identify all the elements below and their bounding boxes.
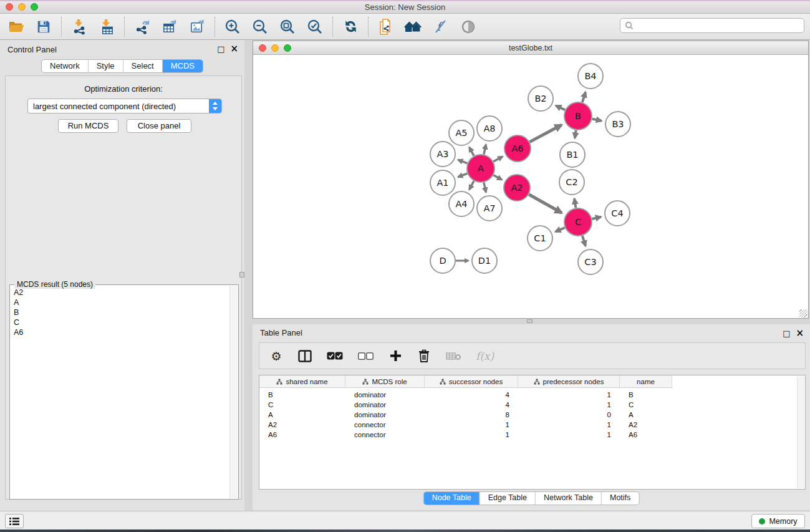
edge-A-A5[interactable] (470, 147, 475, 156)
open-session-icon[interactable] (6, 16, 26, 37)
home-icon[interactable] (403, 16, 423, 37)
table-cell[interactable]: connector (345, 431, 425, 438)
edge-A-A1[interactable] (458, 173, 468, 177)
node-C4[interactable]: C4 (605, 201, 630, 226)
table-cell[interactable]: 1 (518, 401, 620, 409)
table-row[interactable]: A2connector11A2 (259, 420, 805, 430)
vertical-splitter-handle[interactable] (239, 272, 244, 278)
export-table-icon[interactable] (160, 16, 180, 37)
table-cell[interactable]: 4 (425, 391, 518, 399)
task-history-button[interactable] (5, 514, 24, 528)
edge-C-C4[interactable] (592, 217, 601, 219)
table-float-panel-icon[interactable]: □ (783, 329, 790, 338)
edge-B-B3[interactable] (592, 119, 602, 121)
result-scrollbar[interactable] (229, 286, 238, 498)
add-column-icon[interactable] (388, 347, 402, 365)
table-cell[interactable]: 1 (425, 421, 518, 428)
node-B2[interactable]: B2 (528, 86, 553, 111)
edge-A-A4[interactable] (470, 181, 475, 190)
table-close-panel-icon[interactable]: × (796, 329, 804, 338)
column-header-name[interactable]: name (620, 375, 672, 388)
close-panel-icon[interactable]: × (230, 44, 238, 54)
table-cell[interactable]: C (620, 401, 672, 409)
deselect-all-icon[interactable] (358, 347, 374, 365)
table-settings-icon[interactable]: ⚙ (269, 347, 283, 365)
node-B4[interactable]: B4 (578, 64, 603, 89)
edge-A6-B[interactable] (529, 125, 561, 142)
table-cell[interactable]: 1 (518, 391, 620, 399)
tab-edge-table[interactable]: Edge Table (480, 492, 535, 505)
horizontal-splitter-handle[interactable] (527, 319, 533, 323)
open-network-file-icon[interactable] (376, 16, 396, 37)
table-row[interactable]: A6connector11A6 (259, 430, 805, 440)
export-image-icon[interactable] (187, 16, 207, 37)
node-C3[interactable]: C3 (578, 249, 603, 274)
import-table-icon[interactable] (97, 16, 117, 37)
edge-A-A3[interactable] (458, 160, 468, 163)
table-cell[interactable]: connector (345, 421, 425, 428)
table-cell[interactable]: dominator (345, 401, 425, 409)
search-field[interactable] (620, 18, 804, 33)
memory-button[interactable]: Memory (751, 514, 805, 528)
export-network-icon[interactable] (132, 16, 152, 37)
tab-motifs[interactable]: Motifs (601, 492, 639, 505)
edge-C-C3[interactable] (582, 236, 586, 246)
node-C2[interactable]: C2 (559, 170, 584, 195)
result-item[interactable]: C (14, 317, 229, 327)
table-cell[interactable]: dominator (345, 391, 425, 399)
node-D[interactable]: D (430, 248, 455, 273)
table-row[interactable]: Cdominator41C (259, 400, 805, 410)
table-cell[interactable]: A (620, 411, 672, 418)
tab-mcds[interactable]: MCDS (162, 60, 203, 72)
table-cell[interactable]: 1 (425, 431, 518, 438)
edge-C-C2[interactable] (574, 199, 576, 208)
tab-network-table[interactable]: Network Table (535, 492, 601, 505)
network-window-titlebar[interactable]: testGlobe.txt (253, 41, 808, 55)
edge-A-A2[interactable] (493, 175, 502, 180)
edge-C-C1[interactable] (556, 228, 565, 232)
edge-A2-C[interactable] (529, 195, 562, 213)
table-scrollbar[interactable] (797, 376, 804, 488)
tab-network[interactable]: Network (42, 60, 88, 72)
column-header-predecessor-nodes[interactable]: predecessor nodes (518, 375, 620, 388)
table-cell[interactable]: 4 (425, 401, 518, 409)
result-item[interactable]: A (14, 297, 229, 307)
result-item[interactable]: B (14, 307, 229, 317)
result-item[interactable]: A2 (14, 288, 229, 297)
table-cell[interactable]: A2 (259, 421, 345, 428)
delete-table-icon[interactable] (446, 347, 461, 365)
table-cell[interactable]: B (259, 391, 345, 399)
node-C[interactable]: C (564, 208, 592, 236)
table-cell[interactable]: A6 (259, 431, 345, 438)
tab-node-table[interactable]: Node Table (424, 492, 480, 505)
column-header-shared-name[interactable]: shared name (259, 375, 345, 388)
zoom-fit-icon[interactable] (277, 16, 297, 37)
delete-column-icon[interactable] (417, 347, 431, 365)
node-D1[interactable]: D1 (472, 248, 497, 273)
table-row[interactable]: Adominator80A (259, 410, 805, 420)
edge-B-B4[interactable] (582, 92, 586, 102)
column-header-mcds-role[interactable]: MCDS role (345, 375, 425, 388)
node-A2[interactable]: A2 (504, 175, 530, 201)
show-column-icon[interactable] (298, 347, 312, 365)
zoom-in-icon[interactable] (223, 16, 243, 37)
table-cell[interactable]: 0 (518, 411, 620, 418)
table-cell[interactable]: B (620, 391, 672, 399)
save-session-icon[interactable] (34, 16, 54, 37)
tab-select[interactable]: Select (123, 60, 162, 72)
node-B1[interactable]: B1 (560, 142, 585, 167)
zoom-selected-icon[interactable] (305, 16, 325, 37)
edge-B-B2[interactable] (556, 105, 565, 110)
result-item[interactable]: A6 (14, 327, 229, 337)
table-cell[interactable]: A6 (620, 431, 672, 438)
run-mcds-button[interactable]: Run MCDS (58, 119, 118, 133)
zoom-out-icon[interactable] (250, 16, 270, 37)
node-A7[interactable]: A7 (477, 196, 502, 221)
node-A1[interactable]: A1 (430, 170, 455, 195)
node-A6[interactable]: A6 (504, 135, 531, 162)
toggle-function-icon[interactable]: f (431, 16, 451, 37)
edge-A-A6[interactable] (493, 157, 503, 162)
edge-A-A8[interactable] (484, 145, 486, 155)
import-network-icon[interactable] (69, 16, 89, 37)
table-row[interactable]: Bdominator41B (259, 390, 805, 400)
